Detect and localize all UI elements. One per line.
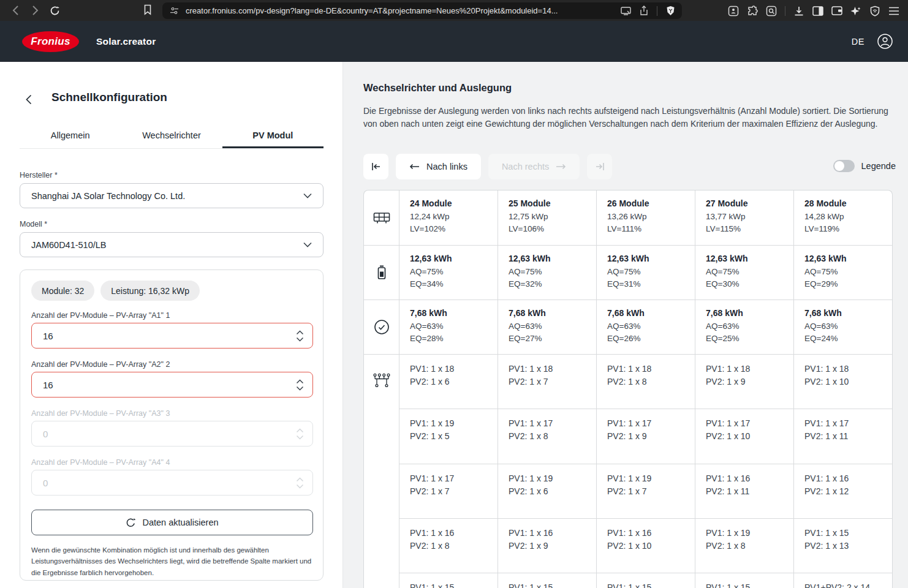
array-a4-label: Anzahl der PV-Module – PV-Array "A4" 4 <box>31 458 170 467</box>
battery-icon <box>364 246 399 300</box>
back-icon[interactable] <box>10 5 21 16</box>
vpn-shield-icon[interactable] <box>869 6 880 17</box>
fronius-logo[interactable]: Fronius <box>22 31 79 52</box>
address-bar[interactable]: creator.fronius.com/pv-design?lang=de-DE… <box>162 2 682 19</box>
stepper-a3 <box>296 428 304 440</box>
power-chip: Leistung: 16,32 kWp <box>100 281 200 301</box>
pv-combo-cell[interactable]: PV1: 1 x 19PV2: 1 x 5 <box>399 409 498 464</box>
pv-combo-cell[interactable]: PV1: 1 x 16PV2: 1 x 11 <box>695 464 793 519</box>
update-data-label: Daten aktualisieren <box>142 518 218 527</box>
pv-combo-cell[interactable]: PV1+PV2: 2 x 14 <box>793 573 892 588</box>
language-selector[interactable]: DE <box>852 37 864 47</box>
pv-combo-cell[interactable]: PV1: 1 x 15 <box>695 573 793 588</box>
pv-combo-cell[interactable]: PV1: 1 x 16PV2: 1 x 9 <box>498 519 596 573</box>
array-a2-label: Anzahl der PV-Module – PV-Array "A2" 2 <box>31 360 170 369</box>
extensions-icon[interactable] <box>747 6 758 17</box>
battery-cell[interactable]: 12,63 kWhAQ=75%EQ=32% <box>498 246 596 300</box>
hersteller-select[interactable]: Shanghai JA Solar Technology Co. Ltd. <box>20 183 323 208</box>
array-a2-input[interactable] <box>43 380 296 390</box>
array-a1-input[interactable] <box>43 331 296 341</box>
results-title: Wechselrichter und Auslegung <box>363 82 512 94</box>
pv-combo-cell[interactable]: PV1: 1 x 16PV2: 1 x 12 <box>793 464 892 519</box>
pv-combo-cell[interactable]: PV1: 1 x 17PV2: 1 x 7 <box>399 464 498 519</box>
array-a3-input-wrap <box>31 421 313 447</box>
battery-cell[interactable]: 12,63 kWhAQ=75%EQ=29% <box>793 246 892 300</box>
tab-allgemein[interactable]: Allgemein <box>20 126 121 148</box>
battery-cell[interactable]: 12,63 kWhAQ=75%EQ=31% <box>596 246 695 300</box>
url-text: creator.fronius.com/pv-design?lang=de-DE… <box>186 6 615 15</box>
stepper-a1[interactable] <box>296 330 304 342</box>
col-header-28[interactable]: 28 Module14,28 kWpLV=119% <box>793 190 892 246</box>
pv-combo-cell[interactable]: PV1: 1 x 19PV2: 1 x 6 <box>498 464 596 519</box>
pv-combo-cell[interactable]: PV1: 1 x 15PV2: 1 x 13 <box>793 519 892 573</box>
pv-combo-cell[interactable]: PV1: 1 x 16PV2: 1 x 8 <box>399 519 498 573</box>
share-icon[interactable] <box>638 6 649 17</box>
brave-shields-icon[interactable] <box>665 6 676 17</box>
pv-combo-cell[interactable]: PV1: 1 x 17PV2: 1 x 8 <box>498 409 596 464</box>
pv-combo-cell[interactable]: PV1: 1 x 19PV2: 1 x 8 <box>695 519 793 573</box>
col-header-26[interactable]: 26 Module13,26 kWpLV=111% <box>596 190 695 246</box>
divider <box>657 6 657 16</box>
menu-icon[interactable] <box>888 6 899 17</box>
stepper-a2[interactable] <box>296 379 304 391</box>
pv-combo-cell[interactable]: PV1: 1 x 15 <box>498 573 596 588</box>
download-icon[interactable] <box>793 6 804 17</box>
col-header-25[interactable]: 25 Module12,75 kWpLV=106% <box>498 190 596 246</box>
profile-icon[interactable] <box>877 33 893 50</box>
array-a2-input-wrap <box>31 372 313 398</box>
check-cell[interactable]: 7,68 kWhAQ=63%EQ=24% <box>793 300 892 355</box>
check-cell[interactable]: 7,68 kWhAQ=63%EQ=25% <box>695 300 793 355</box>
pv-combo-cell[interactable]: PV1: 1 x 19PV2: 1 x 7 <box>596 464 695 519</box>
tune-icon[interactable] <box>168 6 180 17</box>
array-a4-input-wrap <box>31 470 313 496</box>
reload-icon[interactable] <box>49 5 60 16</box>
check-cell[interactable]: 7,68 kWhAQ=63%EQ=28% <box>399 300 498 355</box>
page-title: Schnellkonfiguration <box>51 91 167 104</box>
pv-combo-cell[interactable]: PV1: 1 x 17PV2: 1 x 10 <box>695 409 793 464</box>
array-a1-label: Anzahl der PV-Module – PV-Array "A1" 1 <box>31 311 170 320</box>
toggle-knob <box>834 161 844 171</box>
pv-combo-cell[interactable]: PV1: 1 x 18PV2: 1 x 8 <box>596 355 695 409</box>
pv-combo-cell[interactable]: PV1: 1 x 15 <box>399 573 498 588</box>
config-tabs: Allgemein Wechselrichter PV Modul <box>20 126 323 149</box>
pv-combo-cell[interactable]: PV1: 1 x 18PV2: 1 x 9 <box>695 355 793 409</box>
stepper-a4 <box>296 477 304 489</box>
pv-combo-cell[interactable]: PV1: 1 x 17PV2: 1 x 9 <box>596 409 695 464</box>
col-header-24[interactable]: 24 Module12,24 kWpLV=102% <box>399 190 498 246</box>
bookmark-icon[interactable] <box>142 4 153 15</box>
leo-ai-icon[interactable] <box>850 6 861 17</box>
modell-select[interactable]: JAM60D41-510/LB <box>20 232 323 257</box>
pv-combo-cell[interactable]: PV1: 1 x 17PV2: 1 x 11 <box>793 409 892 464</box>
scroll-left-label: Nach links <box>426 162 467 172</box>
battery-cell[interactable]: 12,63 kWhAQ=75%EQ=30% <box>695 246 793 300</box>
scroll-right-label: Nach rechts <box>502 162 549 172</box>
table-nav: Nach links Nach rechts <box>363 154 612 179</box>
back-button[interactable] <box>26 92 38 106</box>
check-cell[interactable]: 7,68 kWhAQ=63%EQ=27% <box>498 300 596 355</box>
scroll-first-button[interactable] <box>363 154 388 179</box>
forward-icon[interactable] <box>29 5 40 16</box>
box-search-icon[interactable] <box>766 6 777 17</box>
check-cell[interactable]: 7,68 kWhAQ=63%EQ=26% <box>596 300 695 355</box>
battery-cell[interactable]: 12,63 kWhAQ=75%EQ=34% <box>399 246 498 300</box>
tab-wechselrichter[interactable]: Wechselrichter <box>121 126 222 148</box>
pv-combo-cell[interactable]: PV1: 1 x 18PV2: 1 x 6 <box>399 355 498 409</box>
pv-combo-cell[interactable]: PV1: 1 x 18PV2: 1 x 7 <box>498 355 596 409</box>
sidebar-icon[interactable] <box>812 6 823 17</box>
hersteller-value: Shanghai JA Solar Technology Co. Ltd. <box>31 191 185 201</box>
config-panel: Schnellkonfiguration Allgemein Wechselri… <box>0 62 343 588</box>
update-data-button[interactable]: Daten aktualisieren <box>31 510 313 535</box>
scroll-right-button: Nach rechts <box>488 154 580 179</box>
col-header-27[interactable]: 27 Module13,77 kWpLV=115% <box>695 190 793 246</box>
wallet-icon[interactable] <box>831 6 842 17</box>
legend-toggle[interactable] <box>833 160 855 172</box>
tab-pv-modul[interactable]: PV Modul <box>222 126 323 148</box>
scroll-left-button[interactable]: Nach links <box>396 154 481 179</box>
pv-combo-cell[interactable]: PV1: 1 x 16PV2: 1 x 10 <box>596 519 695 573</box>
pv-combo-cell[interactable]: PV1: 1 x 18PV2: 1 x 10 <box>793 355 892 409</box>
password-manager-icon[interactable] <box>728 6 739 17</box>
cast-icon[interactable] <box>620 6 631 17</box>
pv-combo-cell[interactable]: PV1: 1 x 15 <box>596 573 695 588</box>
modell-value: JAM60D41-510/LB <box>31 240 107 250</box>
arrow-left-icon <box>409 162 420 171</box>
